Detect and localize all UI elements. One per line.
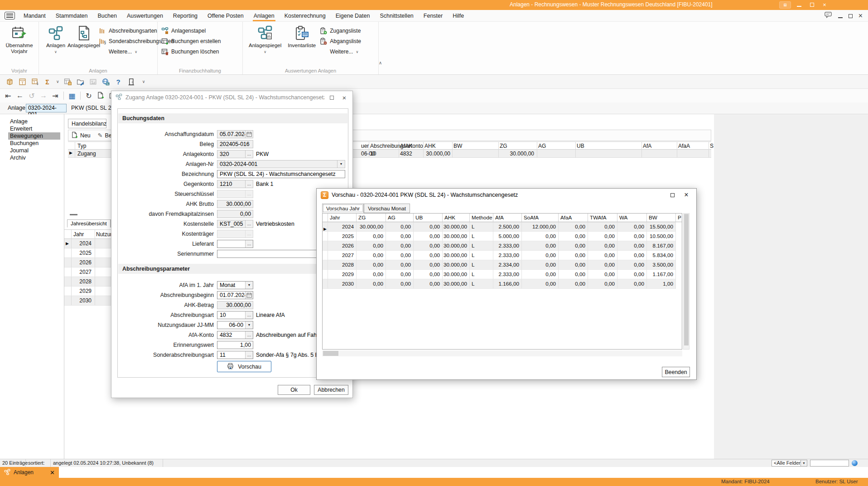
beleg-field[interactable]: 202405-016 bbox=[217, 140, 253, 148]
menu-item-stammdaten[interactable]: Stammdaten bbox=[51, 10, 93, 21]
column-header-ag[interactable]: AG bbox=[538, 142, 546, 150]
menu-item-eigene-daten[interactable]: Eigene Daten bbox=[331, 10, 375, 21]
column-header-twafa[interactable]: TWAfA bbox=[588, 214, 617, 222]
back-icon[interactable]: ← bbox=[14, 92, 25, 100]
globe-sl-icon[interactable]: SL bbox=[101, 78, 110, 86]
vertical-scrollbar[interactable] bbox=[683, 213, 690, 350]
package-icon[interactable] bbox=[5, 78, 14, 86]
filter-dropdown[interactable]: <Alle Felder>▼ bbox=[772, 460, 807, 467]
beenden-button[interactable]: Beenden bbox=[662, 367, 690, 377]
search-input[interactable] bbox=[810, 460, 849, 467]
ribbon-button-inventarliste[interactable]: Inventarliste bbox=[285, 24, 318, 66]
afa-konto-field[interactable]: 4832... bbox=[217, 331, 253, 339]
column-header-typ[interactable]: Typ bbox=[77, 142, 86, 150]
ribbon-button-anlagenstapel[interactable]: Anlagenstapel bbox=[161, 27, 221, 34]
erinnerungswert-field[interactable]: 1,00 bbox=[217, 341, 253, 349]
lookup-button[interactable]: ... bbox=[245, 240, 253, 248]
afa-im-1-jahr-field[interactable]: Monat▼ bbox=[217, 281, 253, 289]
lookup-button[interactable]: ... bbox=[245, 220, 253, 228]
task-tab-anlagen[interactable]: Anlagen ✕ bbox=[0, 467, 59, 478]
ahk-brutto-field[interactable]: 30.000,00 bbox=[217, 200, 253, 208]
ribbon-button-buchungen-erstellen[interactable]: Buchungen erstellen bbox=[161, 38, 221, 45]
table-protect-icon[interactable] bbox=[63, 78, 72, 86]
year-row-2024[interactable]: ▶2024 bbox=[64, 239, 116, 248]
vorschau-button[interactable]: Vorschau bbox=[217, 361, 271, 372]
lieferant-field[interactable]: ... bbox=[217, 240, 253, 248]
column-header-zg[interactable]: ZG bbox=[500, 142, 507, 150]
window-close-icon[interactable]: × bbox=[858, 12, 863, 20]
column-shift-icon[interactable]: T bbox=[31, 78, 39, 86]
dialog-maximize-icon[interactable] bbox=[667, 190, 678, 199]
sidebar-item-anlage[interactable]: Anlage bbox=[8, 118, 60, 125]
ribbon-button-weitere[interactable]: Weitere...∨ bbox=[320, 48, 361, 55]
ribbon-button-anlagespiegel[interactable]: Anlagespiegel∨ bbox=[246, 24, 284, 66]
tab-vorschau-monat[interactable]: Vorschau Monat bbox=[364, 204, 410, 213]
anlagen-nr-field[interactable]: 0320-2024-001▼ bbox=[217, 160, 345, 168]
column-header-ub[interactable]: UB bbox=[577, 142, 584, 150]
dialog-title-bar[interactable]: Σ Vorschau - 0320-2024-001 PKW (SDL SL 2… bbox=[317, 189, 696, 201]
ribbon-button-abgangsliste[interactable]: Abgangsliste bbox=[320, 38, 361, 45]
ribbon-button-übernahme-vorjahr[interactable]: Übernahme Vorjahr bbox=[4, 24, 35, 66]
dialog-close-icon[interactable]: × bbox=[681, 190, 692, 199]
lookup-button[interactable]: ... bbox=[245, 151, 253, 158]
kostenstelle-field[interactable]: KST_005... bbox=[217, 220, 253, 228]
sum-icon[interactable]: Σ bbox=[43, 78, 52, 86]
menu-item-anlagen[interactable]: Anlagen bbox=[249, 10, 280, 21]
folder-edit-icon[interactable] bbox=[76, 78, 85, 86]
column-header-ahk[interactable]: AHK bbox=[443, 214, 470, 222]
splitter-handle[interactable] bbox=[70, 214, 77, 215]
column-header-s[interactable]: S bbox=[710, 142, 714, 150]
column-header-p[interactable]: P bbox=[676, 214, 682, 222]
column-header-uer[interactable]: uer bbox=[361, 142, 369, 150]
column-header-wa[interactable]: WA bbox=[617, 214, 647, 222]
horizontal-scrollbar[interactable] bbox=[322, 350, 682, 356]
ribbon-button-zugangsliste[interactable]: Zugangsliste bbox=[320, 27, 361, 34]
sidebar-item-buchungen[interactable]: Buchungen bbox=[8, 140, 60, 147]
menu-item-schnittstellen[interactable]: Schnittstellen bbox=[375, 10, 418, 21]
tab-vorschau-jahr[interactable]: Vorschau Jahr bbox=[322, 204, 364, 213]
dropdown-icon[interactable]: ▼ bbox=[337, 160, 345, 168]
column-header-afaa[interactable]: AfaA bbox=[559, 214, 588, 222]
dropdown-icon[interactable]: ▼ bbox=[245, 282, 253, 289]
menu-item-auswertungen[interactable]: Auswertungen bbox=[122, 10, 168, 21]
ribbon-button-buchungen-löschen[interactable]: Buchungen löschen bbox=[161, 48, 221, 55]
tab-jahresübersicht[interactable]: Jahresübersicht bbox=[67, 219, 111, 228]
new-document-icon[interactable] bbox=[95, 92, 106, 100]
year-row-2026[interactable]: 2026 bbox=[64, 258, 116, 267]
column-header-afaa[interactable]: AfaA bbox=[678, 142, 690, 150]
column-header-bw[interactable]: BW bbox=[647, 214, 676, 222]
sidebar-item-erweitert[interactable]: Erweitert bbox=[8, 125, 60, 132]
table-view-icon[interactable]: ▦ bbox=[67, 92, 77, 100]
table-row-2026[interactable]: 20260,000,000,0030.000,00L2.333,000,000,… bbox=[323, 241, 682, 251]
first-icon[interactable]: ⇤ bbox=[3, 92, 14, 100]
year-row-2025[interactable]: 2025 bbox=[64, 248, 116, 258]
column-header-zg[interactable]: ZG bbox=[357, 214, 386, 222]
app-menu-icon[interactable] bbox=[5, 12, 15, 19]
help-icon[interactable]: ? bbox=[114, 78, 123, 86]
year-row-2030[interactable]: 2030 bbox=[64, 296, 116, 306]
ahk-betrag-field[interactable]: 30.000,00 bbox=[217, 301, 253, 309]
ribbon-button-anlagespiegel[interactable]: Anlagespiegel bbox=[71, 24, 97, 66]
anlage-number-input[interactable]: 0320-2024-001 bbox=[26, 104, 67, 112]
abschreibungsbeginn-field[interactable]: 01.07.2024 bbox=[217, 291, 253, 299]
tab-handelsbilanz[interactable]: Handelsbilanz bbox=[68, 119, 106, 128]
year-row-2029[interactable]: 2029 bbox=[64, 287, 116, 296]
dialog-maximize-icon[interactable] bbox=[328, 93, 337, 102]
menu-item-hilfe[interactable]: Hilfe bbox=[448, 10, 469, 21]
door-icon[interactable] bbox=[127, 78, 135, 86]
table-row-2024[interactable]: ▶202430.000,000,000,0030.000,00L2.500,00… bbox=[323, 222, 682, 232]
image-icon[interactable] bbox=[89, 78, 97, 86]
ok-button[interactable]: Ok bbox=[278, 385, 310, 395]
neu-button[interactable]: Neu bbox=[71, 131, 91, 140]
nutzungsdauer-jj-mm-field[interactable]: 06-00▼ bbox=[217, 321, 253, 329]
column-header-bw[interactable]: BW bbox=[453, 142, 462, 150]
column-header-jahr[interactable]: Jahr bbox=[73, 230, 94, 239]
table-row-2025[interactable]: 20250,000,000,0030.000,00L5.000,000,000,… bbox=[323, 232, 682, 241]
menu-item-reporting[interactable]: Reporting bbox=[168, 10, 203, 21]
lookup-button[interactable]: ... bbox=[245, 180, 253, 188]
davon-fremdkapitalzinsen-field[interactable]: 0,00 bbox=[217, 210, 253, 218]
sonderabschreibungsart-field[interactable]: 11... bbox=[217, 351, 253, 359]
abbrechen-button[interactable]: Abbrechen bbox=[314, 385, 348, 395]
table-row-2028[interactable]: 20280,000,000,0030.000,00L2.334,000,000,… bbox=[323, 260, 682, 270]
table-row-2030[interactable]: 20300,000,000,0030.000,00L1.166,000,000,… bbox=[323, 279, 682, 289]
